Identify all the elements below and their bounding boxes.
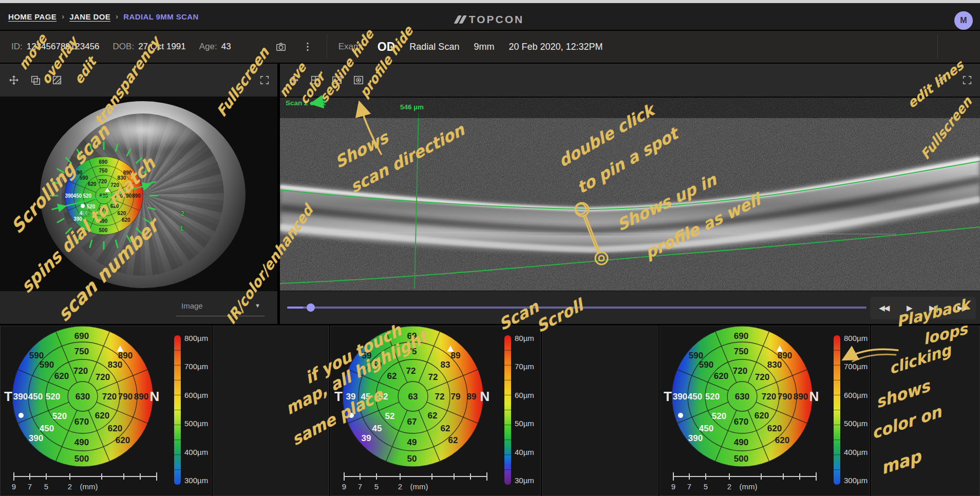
colorbar-label: 70µm [515,362,534,371]
thickness-map-svg[interactable]: 6305206207207207206206705204505907508307… [1,326,211,496]
sector-value: 590 [699,360,713,370]
sector-value: 62 [448,435,458,445]
sector-value: 89 [451,351,461,360]
sector-value: 620 [88,181,97,187]
edit-lines-icon[interactable] [936,74,947,86]
breadcrumb: HOME PAGE › JANE DOE › RADIAL 9MM SCAN [0,12,199,21]
breadcrumb-separator: › [116,12,118,21]
breadcrumb-current-scan: RADIAL 9MM SCAN [123,12,199,21]
topcon-logo-text: TOPCON [469,13,524,26]
min-marker-dot [678,413,683,418]
sector-value: 890 [794,392,808,402]
oct-bscan-image[interactable]: Scan 2 of 12 546 µm [280,98,980,291]
colorbar-label: 40µm [515,448,534,456]
sector-value: 670 [74,417,89,427]
total-thickness-map[interactable]: 6305206207207207206206705204505907508307… [0,326,212,496]
total-thickness-stats [213,326,329,496]
sector-value: 750 [734,347,748,356]
sector-value: 890 [134,392,148,402]
scalebar [344,472,487,481]
thickness-map-svg[interactable]: 6352627272726267524559758379624945395969… [331,326,541,496]
colorbar-label: 700µm [844,362,868,371]
sector-value: 620 [116,435,130,445]
sector-value: 490 [734,437,748,447]
fullscreen-icon[interactable] [962,74,973,86]
patient-info-bar: ID: 123456789123456 DOB: 27 Oct 1991 Age… [0,31,980,63]
fast-forward-icon[interactable]: ▶▶ [957,303,967,313]
profile-icon[interactable] [353,74,364,86]
sector-value: 590 [689,351,703,360]
sector-value: 62 [441,424,450,433]
camera-icon[interactable] [275,41,287,52]
exam-datetime: 20 Feb 2020, 12:32PM [508,42,602,52]
image-source-dropdown[interactable]: Image ▼ [176,298,265,316]
sector-value: 89 [467,392,477,402]
sector-value: 750 [74,347,89,356]
overlay-icon[interactable] [30,74,41,86]
dial-number: 1 [180,224,183,232]
sector-value: 39 [362,433,371,443]
user-avatar[interactable]: M [954,11,973,30]
min-marker-dot [81,204,85,208]
transparency-icon[interactable] [51,74,63,86]
colorbar-label: 300µm [184,476,208,485]
sector-value: 690 [74,331,89,341]
sector-value: 500 [74,454,89,464]
sector-value: 500 [734,454,748,464]
epithelial-thickness-stats [542,326,658,496]
move-icon[interactable] [8,74,20,86]
topcon-logo-icon [456,15,465,24]
scalebar-label: 7 [28,482,32,491]
segline-icon[interactable] [331,74,343,86]
sector-value: 59 [362,351,372,360]
sector-value: 620 [755,411,769,421]
colormap-icon[interactable] [310,74,321,86]
fullscreen-icon[interactable] [259,74,270,86]
breadcrumb-separator: › [62,12,64,21]
sector-value: 390 [65,193,74,199]
sector-value: 59 [372,360,382,370]
sector-value: 83 [441,360,450,370]
sector-value: 62 [428,411,438,421]
stromal-thickness-map[interactable]: 6305206207207207206206705204505907508307… [659,326,870,496]
sector-value: 450 [688,392,702,402]
step-forward-icon[interactable]: ▶❘ [929,303,939,313]
sector-value: 720 [762,392,776,402]
image-source-label: Image [181,301,203,310]
sector-value: 690 [99,159,108,165]
sector-value: 72 [428,372,438,382]
thickness-map-svg[interactable]: 6305206207207207206206705204505907508307… [660,326,871,496]
play-icon[interactable]: ▶ [907,303,912,313]
sector-value: 390 [13,392,28,402]
rewind-icon[interactable]: ◀◀ [879,303,889,313]
scrub-thumb[interactable] [307,303,315,312]
sector-value: 890 [118,351,133,360]
sector-value: 72 [406,366,416,376]
exam-scan-type: Radial Scan [409,42,459,52]
pan-icon[interactable] [288,74,299,86]
epithelial-thickness-map[interactable]: 6352627272726267524559758379624945395969… [330,326,541,496]
colorbar-label: 500µm [844,419,868,428]
breadcrumb-patient[interactable]: JANE DOE [69,12,110,21]
colorbar-label: 600µm [184,391,208,399]
patient-dob-label: DOB: [113,42,135,52]
kebab-menu-icon[interactable] [302,41,313,52]
sector-value: 620 [118,211,126,216]
breadcrumb-home[interactable]: HOME PAGE [8,12,56,21]
sector-value: 750 [99,168,108,174]
scan-scrub-slider[interactable] [287,307,866,309]
eye-image[interactable]: 6305206207207207206206705204505907508307… [0,97,277,291]
sector-value: 39 [346,392,356,402]
stromal-thickness-stats [871,326,980,496]
sector-value: 520 [712,411,726,421]
sector-value: 720 [110,182,119,188]
thickness-map-svg[interactable]: 6305206207207207206206705204505907508307… [45,137,163,255]
dial-number: 2 [181,209,184,217]
thickness-overlay-dial[interactable]: 6305206207207207206206705204505907508307… [45,137,163,255]
sector-value: 520 [46,392,60,402]
sector-value: 620 [767,424,782,433]
scan-scrub-strip: ◀◀ ▶ ▶❘ ▶▶ [280,291,980,324]
patient-bar-divider [937,35,938,59]
colorbar-label: 500µm [184,419,208,428]
sector-value: 45 [372,424,382,433]
